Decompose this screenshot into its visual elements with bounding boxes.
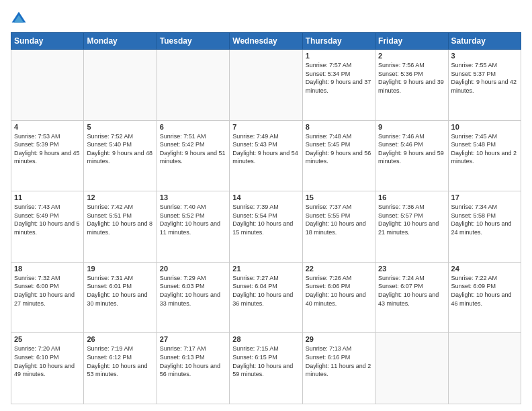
day-number: 14 bbox=[232, 193, 299, 201]
day-number: 27 bbox=[160, 335, 226, 343]
day-info: Sunrise: 7:27 AM Sunset: 6:04 PM Dayligh… bbox=[232, 274, 299, 308]
day-info: Sunrise: 7:56 AM Sunset: 5:36 PM Dayligh… bbox=[378, 61, 445, 95]
calendar-day-cell: 27Sunrise: 7:17 AM Sunset: 6:13 PM Dayli… bbox=[157, 333, 229, 404]
day-number: 15 bbox=[306, 193, 372, 201]
calendar-week-row: 11Sunrise: 7:43 AM Sunset: 5:49 PM Dayli… bbox=[11, 191, 521, 263]
day-number: 2 bbox=[378, 52, 445, 60]
calendar-day-cell: 20Sunrise: 7:29 AM Sunset: 6:03 PM Dayli… bbox=[157, 262, 229, 333]
day-number: 9 bbox=[378, 123, 445, 131]
calendar-day-cell: 10Sunrise: 7:45 AM Sunset: 5:48 PM Dayli… bbox=[448, 120, 521, 191]
calendar-week-row: 1Sunrise: 7:57 AM Sunset: 5:34 PM Daylig… bbox=[11, 50, 521, 121]
day-number: 18 bbox=[14, 265, 81, 273]
calendar-day-cell: 5Sunrise: 7:52 AM Sunset: 5:40 PM Daylig… bbox=[84, 120, 157, 191]
calendar-day-cell: 11Sunrise: 7:43 AM Sunset: 5:49 PM Dayli… bbox=[11, 191, 84, 263]
day-number: 21 bbox=[232, 265, 299, 273]
calendar-day-cell bbox=[157, 50, 229, 121]
calendar-day-cell: 1Sunrise: 7:57 AM Sunset: 5:34 PM Daylig… bbox=[302, 50, 375, 121]
calendar-day-cell: 18Sunrise: 7:32 AM Sunset: 6:00 PM Dayli… bbox=[11, 262, 84, 333]
day-info: Sunrise: 7:19 AM Sunset: 6:12 PM Dayligh… bbox=[87, 345, 153, 378]
day-number: 1 bbox=[306, 52, 372, 60]
day-number: 26 bbox=[87, 335, 153, 343]
calendar-day-cell: 15Sunrise: 7:37 AM Sunset: 5:55 PM Dayli… bbox=[302, 191, 375, 263]
calendar-day-cell: 23Sunrise: 7:24 AM Sunset: 6:07 PM Dayli… bbox=[375, 262, 448, 333]
day-info: Sunrise: 7:20 AM Sunset: 6:10 PM Dayligh… bbox=[14, 345, 81, 378]
calendar-day-cell: 4Sunrise: 7:53 AM Sunset: 5:39 PM Daylig… bbox=[11, 120, 84, 191]
calendar-day-cell: 19Sunrise: 7:31 AM Sunset: 6:01 PM Dayli… bbox=[84, 262, 157, 333]
logo bbox=[11, 11, 30, 27]
day-info: Sunrise: 7:29 AM Sunset: 6:03 PM Dayligh… bbox=[160, 274, 226, 308]
calendar-header-day: Thursday bbox=[302, 33, 375, 50]
day-number: 16 bbox=[378, 193, 445, 201]
calendar-week-row: 25Sunrise: 7:20 AM Sunset: 6:10 PM Dayli… bbox=[11, 333, 521, 404]
day-number: 6 bbox=[160, 123, 226, 131]
day-info: Sunrise: 7:57 AM Sunset: 5:34 PM Dayligh… bbox=[306, 61, 372, 95]
day-info: Sunrise: 7:45 AM Sunset: 5:48 PM Dayligh… bbox=[451, 132, 518, 166]
calendar-header-day: Tuesday bbox=[157, 33, 229, 50]
day-info: Sunrise: 7:26 AM Sunset: 6:06 PM Dayligh… bbox=[306, 274, 372, 308]
calendar-header-day: Saturday bbox=[448, 33, 521, 50]
calendar-header-day: Monday bbox=[84, 33, 157, 50]
calendar-header-row: SundayMondayTuesdayWednesdayThursdayFrid… bbox=[11, 33, 521, 50]
day-number: 4 bbox=[14, 123, 81, 131]
calendar-day-cell: 17Sunrise: 7:34 AM Sunset: 5:58 PM Dayli… bbox=[448, 191, 521, 263]
day-info: Sunrise: 7:31 AM Sunset: 6:01 PM Dayligh… bbox=[87, 274, 153, 308]
day-number: 19 bbox=[87, 265, 153, 273]
day-info: Sunrise: 7:36 AM Sunset: 5:57 PM Dayligh… bbox=[378, 203, 445, 236]
day-info: Sunrise: 7:46 AM Sunset: 5:46 PM Dayligh… bbox=[378, 132, 445, 166]
calendar-day-cell: 2Sunrise: 7:56 AM Sunset: 5:36 PM Daylig… bbox=[375, 50, 448, 121]
calendar-day-cell bbox=[11, 50, 84, 121]
day-number: 29 bbox=[306, 335, 372, 343]
day-info: Sunrise: 7:32 AM Sunset: 6:00 PM Dayligh… bbox=[14, 274, 81, 308]
calendar-day-cell bbox=[448, 333, 521, 404]
calendar-header-day: Sunday bbox=[11, 33, 84, 50]
calendar-table: SundayMondayTuesdayWednesdayThursdayFrid… bbox=[11, 32, 521, 404]
day-number: 5 bbox=[87, 123, 153, 131]
day-number: 7 bbox=[232, 123, 299, 131]
day-number: 23 bbox=[378, 265, 445, 273]
calendar-day-cell: 24Sunrise: 7:22 AM Sunset: 6:09 PM Dayli… bbox=[448, 262, 521, 333]
day-number: 24 bbox=[451, 265, 518, 273]
day-info: Sunrise: 7:13 AM Sunset: 6:16 PM Dayligh… bbox=[306, 345, 372, 378]
day-number: 25 bbox=[14, 335, 81, 343]
page: SundayMondayTuesdayWednesdayThursdayFrid… bbox=[0, 0, 532, 411]
header bbox=[11, 11, 521, 27]
calendar-header-day: Friday bbox=[375, 33, 448, 50]
day-number: 13 bbox=[160, 193, 226, 201]
day-number: 10 bbox=[451, 123, 518, 131]
day-info: Sunrise: 7:42 AM Sunset: 5:51 PM Dayligh… bbox=[87, 203, 153, 236]
calendar-day-cell: 28Sunrise: 7:15 AM Sunset: 6:15 PM Dayli… bbox=[230, 333, 302, 404]
calendar-week-row: 4Sunrise: 7:53 AM Sunset: 5:39 PM Daylig… bbox=[11, 120, 521, 191]
day-info: Sunrise: 7:48 AM Sunset: 5:45 PM Dayligh… bbox=[306, 132, 372, 166]
logo-icon bbox=[11, 11, 27, 27]
day-number: 8 bbox=[306, 123, 372, 131]
day-number: 12 bbox=[87, 193, 153, 201]
day-info: Sunrise: 7:34 AM Sunset: 5:58 PM Dayligh… bbox=[451, 203, 518, 236]
day-info: Sunrise: 7:53 AM Sunset: 5:39 PM Dayligh… bbox=[14, 132, 81, 166]
calendar-day-cell: 6Sunrise: 7:51 AM Sunset: 5:42 PM Daylig… bbox=[157, 120, 229, 191]
calendar-day-cell: 14Sunrise: 7:39 AM Sunset: 5:54 PM Dayli… bbox=[230, 191, 302, 263]
day-info: Sunrise: 7:40 AM Sunset: 5:52 PM Dayligh… bbox=[160, 203, 226, 236]
day-number: 20 bbox=[160, 265, 226, 273]
day-number: 22 bbox=[306, 265, 372, 273]
day-info: Sunrise: 7:39 AM Sunset: 5:54 PM Dayligh… bbox=[232, 203, 299, 236]
calendar-day-cell: 8Sunrise: 7:48 AM Sunset: 5:45 PM Daylig… bbox=[302, 120, 375, 191]
calendar-header-day: Wednesday bbox=[230, 33, 302, 50]
day-info: Sunrise: 7:55 AM Sunset: 5:37 PM Dayligh… bbox=[451, 61, 518, 95]
calendar-week-row: 18Sunrise: 7:32 AM Sunset: 6:00 PM Dayli… bbox=[11, 262, 521, 333]
calendar-day-cell: 9Sunrise: 7:46 AM Sunset: 5:46 PM Daylig… bbox=[375, 120, 448, 191]
calendar-day-cell: 26Sunrise: 7:19 AM Sunset: 6:12 PM Dayli… bbox=[84, 333, 157, 404]
day-info: Sunrise: 7:52 AM Sunset: 5:40 PM Dayligh… bbox=[87, 132, 153, 166]
calendar-day-cell bbox=[375, 333, 448, 404]
day-number: 17 bbox=[451, 193, 518, 201]
calendar-day-cell: 7Sunrise: 7:49 AM Sunset: 5:43 PM Daylig… bbox=[230, 120, 302, 191]
day-info: Sunrise: 7:24 AM Sunset: 6:07 PM Dayligh… bbox=[378, 274, 445, 308]
day-number: 28 bbox=[232, 335, 299, 343]
calendar-day-cell: 3Sunrise: 7:55 AM Sunset: 5:37 PM Daylig… bbox=[448, 50, 521, 121]
calendar-day-cell: 21Sunrise: 7:27 AM Sunset: 6:04 PM Dayli… bbox=[230, 262, 302, 333]
day-info: Sunrise: 7:17 AM Sunset: 6:13 PM Dayligh… bbox=[160, 345, 226, 378]
day-number: 3 bbox=[451, 52, 518, 60]
calendar-day-cell: 22Sunrise: 7:26 AM Sunset: 6:06 PM Dayli… bbox=[302, 262, 375, 333]
day-info: Sunrise: 7:37 AM Sunset: 5:55 PM Dayligh… bbox=[306, 203, 372, 236]
day-info: Sunrise: 7:15 AM Sunset: 6:15 PM Dayligh… bbox=[232, 345, 299, 378]
calendar-day-cell: 16Sunrise: 7:36 AM Sunset: 5:57 PM Dayli… bbox=[375, 191, 448, 263]
